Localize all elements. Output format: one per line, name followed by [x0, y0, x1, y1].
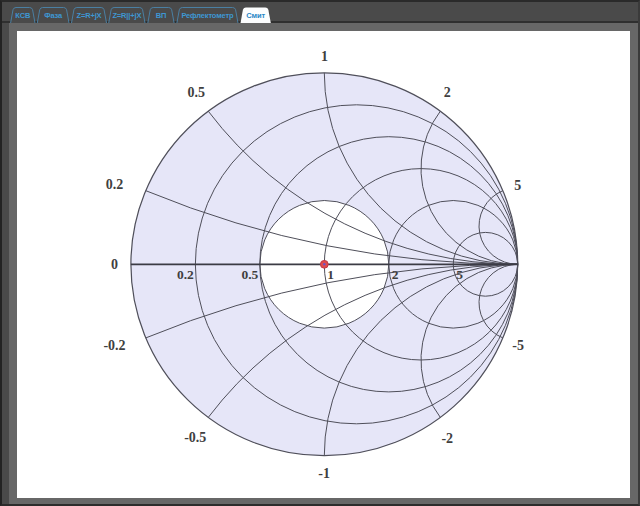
x-label--2: -2 [441, 430, 453, 445]
tab-label: Рефлектометр [181, 11, 234, 20]
x-label-0.5: 0.5 [188, 85, 206, 100]
x-label-2: 2 [444, 84, 451, 99]
tab-label: Z=R+jX [77, 11, 102, 20]
x-label-1: 1 [321, 49, 328, 64]
x-label-5: 5 [514, 177, 521, 192]
x-label-0: 0 [111, 257, 118, 272]
tab-смит[interactable]: Смит [241, 8, 271, 24]
x-label-0.2: 0.2 [106, 177, 124, 192]
plot-area: 0.20.512500.20.5125-0.2-0.5-1-2-5 [17, 31, 630, 499]
tab-label: КСВ [15, 11, 31, 20]
x-label--0.5: -0.5 [184, 430, 206, 445]
r-label-5: 5 [456, 267, 463, 282]
tab-label: ВП [156, 11, 167, 20]
x-label--0.2: -0.2 [103, 337, 125, 352]
tab-label: Z=R||+jX [112, 11, 141, 20]
r-label-0.2: 0.2 [177, 267, 194, 282]
r-label-1: 1 [327, 267, 334, 282]
r-label-2: 2 [392, 267, 399, 282]
tab-label: Фаза [44, 11, 63, 20]
tab-z-r-jx[interactable]: Z=R||+jX [109, 8, 145, 24]
x-label--1: -1 [318, 465, 330, 480]
x-label--5: -5 [512, 337, 524, 352]
r-label-0.5: 0.5 [241, 267, 258, 282]
tab-рефлектометр[interactable]: Рефлектометр [177, 8, 238, 24]
tab-фаза[interactable]: Фаза [37, 8, 69, 24]
marker-inner-dot [323, 263, 326, 266]
application-window: КСВФазаZ=R+jXZ=R||+jXВПРефлектометрСмит … [0, 0, 640, 506]
tab-z-r-jx[interactable]: Z=R+jX [72, 8, 107, 24]
tab-label: Смит [246, 11, 265, 20]
tab-bar: КСВФазаZ=R+jXZ=R||+jXВПРефлектометрСмит [0, 0, 640, 24]
smith-chart: 0.20.512500.20.5125-0.2-0.5-1-2-5 [17, 31, 630, 499]
tab-ксв[interactable]: КСВ [11, 8, 35, 24]
tab-вп[interactable]: ВП [148, 8, 174, 24]
